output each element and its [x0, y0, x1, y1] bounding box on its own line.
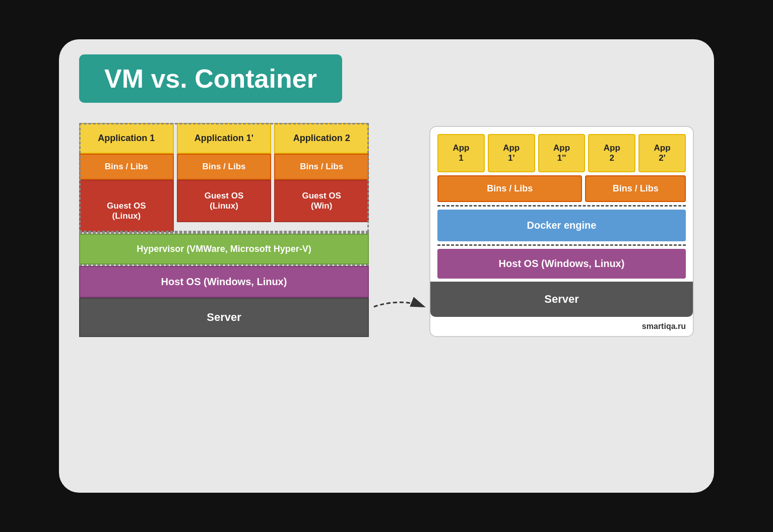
vm-guest-os-3: Guest OS(Win): [274, 180, 369, 222]
vm-hypervisor: Hypervisor (VMWare, Microsoft Hyper-V): [79, 234, 369, 264]
connection-arrow: [369, 277, 429, 337]
vm-guest-os-2: Guest OS(Linux): [177, 180, 272, 222]
container-apps-row: App1 App1' App1'' App2 App2': [430, 127, 693, 172]
vm-bins-3: Bins / Libs: [274, 154, 369, 180]
vm-app-1: Application 1: [79, 123, 174, 154]
title-text: VM vs. Container: [104, 64, 317, 93]
container-docker-engine: Docker engine: [437, 210, 686, 241]
container-dashed-2: [437, 244, 686, 246]
vm-bins-1: Bins / Libs: [79, 154, 174, 180]
container-dashed-1: [437, 205, 686, 207]
vm-section: Application 1 Bins / Libs Guest OS(Linux…: [79, 123, 369, 337]
watermark: smartiqa.ru: [430, 317, 693, 336]
vm-app-col-2: Application 1' Bins / Libs Guest OS(Linu…: [177, 123, 272, 232]
vm-guest-os-1: Guest OS(Linux): [79, 180, 174, 232]
container-app-2: App1': [488, 134, 535, 172]
title-banner: VM vs. Container: [79, 54, 342, 103]
main-container: VM vs. Container Application 1 Bins / Li…: [59, 39, 714, 493]
arrow-area: [369, 277, 429, 337]
vm-app-col-1: Application 1 Bins / Libs Guest OS(Linux…: [79, 123, 174, 232]
vm-bins-2: Bins / Libs: [177, 154, 272, 180]
full-diagram: Application 1 Bins / Libs Guest OS(Linux…: [79, 123, 694, 337]
container-app-1: App1: [437, 134, 485, 172]
container-bins-1: Bins / Libs: [437, 175, 582, 202]
vm-app-3: Application 2: [274, 123, 369, 154]
container-app-4: App2: [588, 134, 635, 172]
vm-app-col-3: Application 2 Bins / Libs Guest OS(Win): [274, 123, 369, 232]
container-host-os: Host OS (Windows, Linux): [437, 249, 686, 279]
vm-host-os: Host OS (Windows, Linux): [79, 266, 369, 298]
container-bins-2: Bins / Libs: [585, 175, 686, 202]
container-bins-row: Bins / Libs Bins / Libs: [430, 172, 693, 202]
container-app-5: App2': [638, 134, 686, 172]
container-server: Server: [430, 282, 693, 317]
container-app-3: App1'': [538, 134, 586, 172]
vm-server: Server: [79, 298, 369, 337]
vm-app-2: Application 1': [177, 123, 272, 154]
container-section: App1 App1' App1'' App2 App2': [429, 126, 694, 337]
